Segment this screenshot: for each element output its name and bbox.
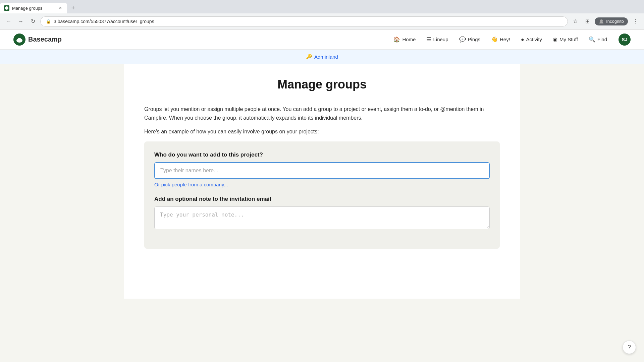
incognito-badge: Incognito [595, 17, 628, 25]
tab-bar: Manage groups ✕ + [0, 0, 644, 13]
basecamp-logo-icon [16, 36, 23, 43]
nav-home-label: Home [402, 37, 416, 42]
nav-find-label: Find [597, 37, 607, 42]
nav-pings-label: Pings [468, 37, 481, 42]
nav-activity[interactable]: ● Activity [516, 34, 547, 45]
tab-close-button[interactable]: ✕ [58, 5, 63, 11]
refresh-button[interactable]: ↻ [28, 17, 38, 26]
nav-hey-label: Hey! [500, 37, 510, 42]
forward-button[interactable]: → [16, 17, 25, 26]
brand-logo [13, 34, 25, 46]
note-label: Add an optional note to the invitation e… [154, 196, 490, 202]
nav-home[interactable]: 🏠 Home [389, 34, 420, 45]
key-icon: 🔑 [306, 54, 312, 60]
nav-pings[interactable]: 💬 Pings [454, 34, 485, 45]
tab-favicon [4, 5, 9, 11]
app-navbar: Basecamp 🏠 Home ☰ Lineup 💬 Pings 👋 Hey! … [0, 29, 644, 50]
lock-icon: 🔒 [46, 19, 51, 24]
lineup-icon: ☰ [426, 36, 431, 43]
adminland-link[interactable]: 🔑 Adminland [306, 54, 338, 60]
back-button[interactable]: ← [4, 17, 13, 26]
brand-name: Basecamp [28, 36, 62, 43]
browser-chrome: Manage groups ✕ + ← → ↻ 🔒 3.basecamp.com… [0, 0, 644, 29]
url-text: 3.basecamp.com/5550377/account/user_grou… [54, 19, 154, 24]
mystuff-icon: ◉ [553, 36, 557, 43]
who-form-group: Who do you want to add to this project? … [154, 152, 490, 188]
browser-toolbar: ← → ↻ 🔒 3.basecamp.com/5550377/account/u… [0, 13, 644, 29]
brand[interactable]: Basecamp [13, 34, 62, 46]
page-title: Manage groups [144, 77, 500, 92]
tab-title: Manage groups [12, 6, 55, 11]
nav-lineup[interactable]: ☰ Lineup [422, 34, 453, 45]
toolbar-actions: ☆ ⊞ Incognito ⋮ [571, 17, 640, 26]
menu-button[interactable]: ⋮ [631, 17, 640, 26]
example-intro: Here's an example of how you can easily … [144, 129, 500, 135]
new-tab-button[interactable]: + [68, 3, 78, 13]
pick-company-link[interactable]: Or pick people from a company... [154, 182, 228, 187]
nav-mystuff[interactable]: ◉ My Stuff [548, 34, 583, 45]
active-tab[interactable]: Manage groups ✕ [0, 3, 67, 13]
adminland-banner: 🔑 Adminland [0, 50, 644, 64]
nav-find[interactable]: 🔍 Find [584, 34, 612, 45]
pings-icon: 💬 [459, 36, 466, 43]
who-label: Who do you want to add to this project? [154, 152, 490, 158]
find-icon: 🔍 [589, 36, 595, 43]
hey-icon: 👋 [491, 36, 498, 43]
incognito-label: Incognito [606, 19, 624, 24]
activity-icon: ● [521, 37, 524, 43]
nav-lineup-label: Lineup [433, 37, 448, 42]
nav-mystuff-label: My Stuff [559, 37, 578, 42]
adminland-link-text: Adminland [314, 54, 338, 60]
address-bar[interactable]: 🔒 3.basecamp.com/5550377/account/user_gr… [40, 16, 568, 26]
page-description: Groups let you mention or assign multipl… [144, 105, 500, 122]
nav-hey[interactable]: 👋 Hey! [486, 34, 515, 45]
user-avatar[interactable]: SJ [619, 34, 631, 46]
star-button[interactable]: ☆ [571, 17, 580, 26]
content-card: Manage groups Groups let you mention or … [124, 64, 520, 299]
names-input[interactable] [154, 162, 490, 179]
note-form-group: Add an optional note to the invitation e… [154, 196, 490, 231]
note-input[interactable] [154, 206, 490, 229]
home-icon: 🏠 [393, 36, 400, 43]
extensions-button[interactable]: ⊞ [583, 17, 592, 26]
svg-point-0 [5, 6, 8, 10]
incognito-icon [599, 19, 604, 24]
nav-activity-label: Activity [526, 37, 542, 42]
example-box: Who do you want to add to this project? … [144, 141, 500, 249]
help-button[interactable]: ? [623, 341, 636, 354]
main-wrapper: Manage groups Groups let you mention or … [0, 64, 644, 352]
nav-links: 🏠 Home ☰ Lineup 💬 Pings 👋 Hey! ● Activit… [389, 34, 612, 45]
